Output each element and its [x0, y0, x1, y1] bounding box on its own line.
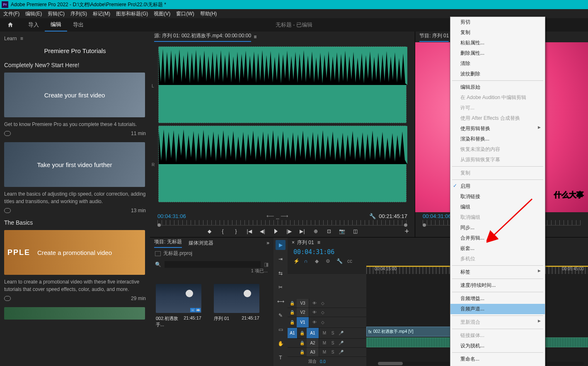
marker-add-icon[interactable]: ◆ [315, 258, 321, 264]
context-menu-item[interactable]: 删除属性... [450, 48, 545, 58]
rectangle-tool-icon[interactable]: ▭ [276, 325, 286, 334]
learn-menu-icon[interactable]: ≡ [20, 36, 23, 41]
program-title[interactable]: 节目: 序列 01 [419, 32, 449, 42]
context-menu-item[interactable]: 复制 [450, 27, 545, 38]
source-title[interactable]: 源: 序列 01: 002.初遇敌手.mp4: 00:00:00:00 [154, 32, 251, 42]
toggle-output-icon[interactable]: 👁 [312, 320, 317, 325]
source-time-dur[interactable]: 00:21:45:17 [379, 213, 407, 219]
menu-markers[interactable]: 标记(M) [93, 10, 110, 17]
toggle-output-icon[interactable]: 👁 [312, 310, 317, 315]
context-menu-item[interactable]: ✓启用 [450, 181, 545, 191]
search-icon[interactable]: 🔍 [155, 262, 161, 267]
lock-icon[interactable]: 🔒 [298, 341, 307, 345]
lock-icon[interactable]: 🔒 [298, 350, 307, 354]
tab-import[interactable]: 导入 [22, 19, 45, 31]
context-menu-item[interactable]: 同步... [450, 223, 545, 233]
context-menu-item[interactable]: 速度/持续时间... [450, 280, 545, 291]
selection-tool-icon[interactable]: ▶ [276, 240, 286, 250]
ripple-tool-icon[interactable]: ⇆ [276, 268, 286, 278]
context-menu-item[interactable]: 剪切 [450, 17, 545, 27]
track-v1[interactable]: V1 [297, 317, 309, 327]
menu-sequence[interactable]: 序列(S) [70, 10, 87, 17]
track-a3[interactable]: A3 [307, 348, 319, 356]
context-menu-item[interactable]: 粘贴属性... [450, 38, 545, 48]
context-menu-item[interactable]: 设为脱机... [450, 341, 545, 351]
program-time[interactable]: 00:04:31:06 [423, 213, 451, 219]
filter-icon[interactable]: ◨ [264, 262, 269, 267]
context-menu-item[interactable]: 合并剪辑... [450, 233, 545, 243]
project-item-clip[interactable]: H◀▶ 002.初遇敌手...21:45:17 [156, 284, 201, 328]
insert-icon[interactable]: ⊕ [312, 228, 319, 235]
menu-clip[interactable]: 剪辑(C) [48, 10, 65, 17]
track-v2[interactable]: V2 [297, 308, 309, 317]
overwrite-icon[interactable]: ⊡ [326, 228, 332, 235]
mic-icon[interactable]: 🎤 [338, 341, 344, 345]
lock-icon[interactable]: 🔒 [288, 301, 297, 305]
project-item-sequence[interactable]: 序列 0121:45:17 [214, 284, 259, 328]
tutorial-card-3[interactable]: PPLE Create a promotional video Learn to… [4, 230, 146, 301]
lock-icon[interactable]: 🔒 [298, 331, 307, 335]
context-menu-item[interactable]: 重命名... [450, 354, 545, 364]
tutorial-card-2[interactable]: Take your first video further Learn the … [4, 142, 146, 213]
waveform-display[interactable]: L R [150, 42, 415, 212]
caption-icon[interactable]: cc [347, 258, 353, 264]
type-tool-icon[interactable]: T [276, 353, 286, 363]
track-select-tool-icon[interactable]: ⇥ [276, 254, 286, 264]
settings-icon[interactable]: ⚙ [326, 258, 332, 264]
track-a1[interactable]: A1 [307, 328, 319, 338]
context-menu-item[interactable]: 在项目中显示 [450, 364, 545, 366]
context-menu-item[interactable]: 清除 [450, 58, 545, 69]
context-menu-item[interactable]: 标签▶ [450, 267, 545, 277]
goto-out-icon[interactable]: ▶| [299, 228, 306, 235]
menu-window[interactable]: 窗口(W) [176, 10, 194, 17]
tab-edit[interactable]: 编辑 [45, 18, 67, 32]
export-frame-icon[interactable]: 📷 [339, 228, 346, 235]
source-ruler[interactable] [157, 220, 407, 225]
mix-value[interactable]: 0.0 [320, 359, 326, 364]
toggle-output-icon[interactable]: 👁 [312, 301, 317, 305]
context-menu-item[interactable]: 波纹删除 [450, 69, 545, 79]
context-menu-item[interactable]: 取消链接 [450, 191, 545, 202]
search-input[interactable] [165, 261, 261, 268]
tutorial-card-1[interactable]: Create your first video Get to know Prem… [4, 73, 146, 136]
in-icon[interactable]: { [220, 228, 226, 235]
track-v3[interactable]: V3 [297, 299, 309, 308]
razor-tool-icon[interactable]: ✂ [276, 282, 286, 292]
context-menu-item[interactable]: 编组 [450, 202, 545, 212]
panel-overflow-icon[interactable]: » [266, 240, 269, 246]
tab-media-browser[interactable]: 媒体浏览器 [189, 240, 213, 247]
source-a1[interactable]: A1 [288, 328, 298, 338]
context-menu-item[interactable]: 嵌套... [450, 243, 545, 254]
lock-icon[interactable]: 🔒 [288, 320, 297, 325]
button-editor-icon[interactable]: + [404, 227, 409, 236]
marker-icon[interactable]: ◆ [206, 228, 213, 235]
wrench-icon[interactable]: 🔧 [336, 258, 342, 264]
context-menu-item[interactable]: 使用剪辑替换▶ [450, 124, 545, 134]
step-back-icon[interactable]: ◀| [259, 228, 266, 235]
learn-tab[interactable]: Learn [4, 36, 17, 41]
context-menu-item[interactable]: 音频增益... [450, 293, 545, 304]
home-icon[interactable] [7, 22, 14, 28]
panel-menu-icon[interactable]: ≡ [254, 34, 256, 40]
linked-selection-icon[interactable]: ∩ [304, 258, 310, 264]
tab-export[interactable]: 导出 [67, 19, 90, 31]
source-time-in[interactable]: 00:04:31:06 [157, 213, 186, 219]
wrench-icon[interactable]: 🔧 [369, 213, 376, 219]
tutorial-card-4-partial[interactable] [4, 307, 145, 320]
context-menu-item[interactable]: 编辑原始 [450, 82, 545, 92]
context-menu-item[interactable]: 渲染和替换... [450, 134, 545, 144]
lock-icon[interactable]: 🔒 [288, 310, 297, 315]
out-icon[interactable]: } [233, 228, 240, 235]
pen-tool-icon[interactable]: ✎ [276, 310, 286, 320]
menu-help[interactable]: 帮助(H) [200, 10, 217, 17]
play-icon[interactable] [273, 228, 279, 235]
menu-graphics[interactable]: 图形和标题(G) [116, 10, 148, 17]
mic-icon[interactable]: 🎤 [338, 350, 344, 354]
step-fwd-icon[interactable]: |▶ [286, 228, 293, 235]
tab-project[interactable]: 项目: 无标题 [154, 238, 182, 248]
comparison-icon[interactable]: ◫ [352, 228, 359, 235]
goto-in-icon[interactable]: |◀ [246, 228, 253, 235]
context-menu-item[interactable]: 音频声道... [450, 304, 545, 314]
menu-file[interactable]: 文件(F) [3, 10, 19, 17]
slip-tool-icon[interactable]: ⟷ [276, 296, 286, 306]
